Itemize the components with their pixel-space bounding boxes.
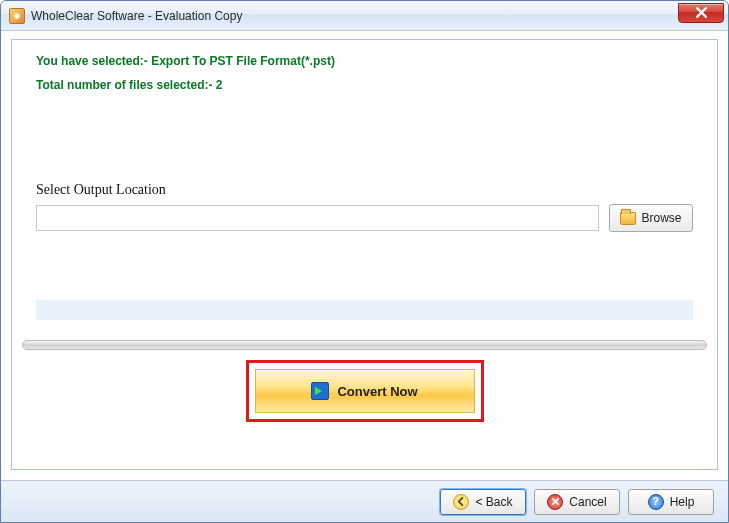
file-count-info: Total number of files selected:- 2: [12, 78, 717, 92]
main-panel: You have selected:- Export To PST File F…: [11, 39, 718, 470]
app-icon: [9, 8, 25, 24]
cancel-button[interactable]: Cancel: [534, 489, 620, 515]
help-icon: ?: [648, 494, 664, 510]
browse-button[interactable]: Browse: [609, 204, 693, 232]
close-icon: [696, 7, 707, 18]
close-button[interactable]: [678, 3, 724, 23]
status-strip: [36, 300, 693, 320]
back-icon: [453, 494, 469, 510]
progress-bar: [22, 340, 707, 350]
selection-info: You have selected:- Export To PST File F…: [12, 54, 717, 68]
back-button[interactable]: < Back: [440, 489, 526, 515]
window-title: WholeClear Software - Evaluation Copy: [31, 9, 242, 23]
convert-highlight-frame: Convert Now: [246, 360, 484, 422]
output-location-row: Browse: [12, 198, 717, 232]
convert-icon: [311, 382, 329, 400]
help-label: Help: [670, 495, 695, 509]
folder-icon: [620, 212, 636, 225]
cancel-icon: [547, 494, 563, 510]
convert-now-button[interactable]: Convert Now: [255, 369, 475, 413]
output-location-label: Select Output Location: [12, 182, 717, 198]
back-label: < Back: [475, 495, 512, 509]
browse-label: Browse: [641, 211, 681, 225]
help-button[interactable]: ? Help: [628, 489, 714, 515]
convert-label: Convert Now: [337, 384, 417, 399]
output-path-input[interactable]: [36, 205, 599, 231]
title-bar: WholeClear Software - Evaluation Copy: [1, 1, 728, 31]
cancel-label: Cancel: [569, 495, 606, 509]
wizard-footer: < Back Cancel ? Help: [1, 480, 728, 522]
